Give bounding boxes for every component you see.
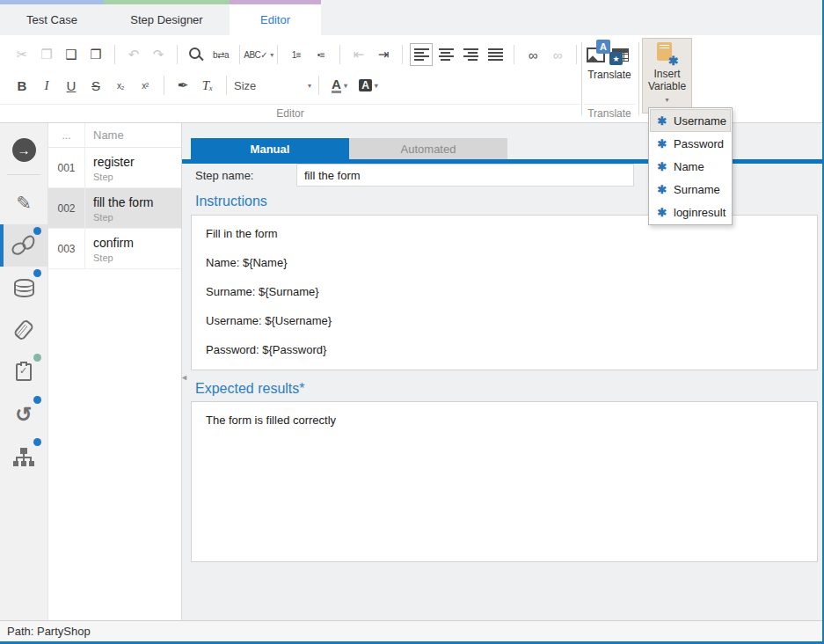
replace-icon[interactable]: b⇄a	[209, 43, 232, 66]
step-row[interactable]: 002 fill the form Step	[48, 188, 181, 229]
tab-editor[interactable]: Editor	[230, 0, 321, 35]
sidebar-item-attachments[interactable]	[0, 309, 47, 351]
sidebar-item-steps[interactable]	[0, 224, 47, 267]
paste-icon[interactable]: ❑	[60, 43, 83, 66]
insert-variable-button[interactable]: Insert Variable ▾	[642, 38, 692, 113]
text-color-icon[interactable]: A	[326, 74, 353, 97]
document-tabbar: Test Case Step Designer Editor	[0, 0, 822, 35]
subscript-icon[interactable]: x₂	[109, 74, 132, 97]
paste-text-icon[interactable]: ❒	[84, 43, 107, 66]
format-painter-icon[interactable]: ✒	[171, 74, 194, 97]
steps-list-header: ... Name	[48, 123, 181, 148]
expected-result-line: The form is filled correctly	[206, 414, 803, 427]
align-left-icon[interactable]	[410, 43, 433, 66]
align-justify-icon[interactable]	[484, 43, 507, 66]
separator	[239, 45, 240, 64]
undo-icon[interactable]: ↶	[122, 43, 145, 66]
instruction-line: Username: ${Username}	[206, 315, 803, 327]
gear-icon	[656, 137, 668, 150]
sidebar-item-history[interactable]: ↺	[0, 393, 47, 435]
document-tab-label: Test Case	[26, 13, 77, 26]
font-size-select[interactable]: Size	[234, 74, 311, 97]
step-title: register	[93, 155, 135, 169]
clipboard-check-icon	[16, 363, 32, 381]
database-icon	[14, 279, 34, 297]
edit-icon: ✎	[9, 188, 39, 218]
copy-icon[interactable]: ❐	[35, 43, 58, 66]
separator	[226, 76, 227, 95]
remove-format-icon[interactable]: Tₓ	[196, 74, 219, 97]
variable-item-username[interactable]: Username	[650, 109, 731, 132]
mode-tab-label: Manual	[251, 143, 290, 156]
expected-results-editor[interactable]: The form is filled correctly	[191, 401, 818, 562]
superscript-icon[interactable]: x²	[134, 74, 157, 97]
sidebar-item-navigate[interactable]: →	[0, 128, 47, 171]
tab-step-designer[interactable]: Step Designer	[104, 0, 230, 35]
align-right-icon[interactable]	[459, 43, 482, 66]
link-icon[interactable]: ∞	[521, 43, 544, 66]
chevron-down-icon: ▾	[665, 94, 668, 106]
sitemap-icon	[13, 448, 34, 466]
redo-icon[interactable]: ↷	[147, 43, 170, 66]
separator	[7, 174, 40, 175]
bullet-list-icon[interactable]: •≡	[310, 43, 332, 66]
gear-icon	[656, 160, 668, 173]
status-bar: Path: PartyShop	[0, 620, 822, 641]
spellcheck-icon[interactable]: ABC✓	[247, 43, 270, 66]
mode-tab-label: Automated	[401, 143, 456, 156]
sidebar: → ✎ ↺	[0, 123, 48, 620]
sidebar-item-checklist[interactable]	[0, 351, 47, 393]
sidebar-item-edit[interactable]: ✎	[0, 182, 47, 224]
italic-icon[interactable]: I	[35, 74, 58, 97]
step-row[interactable]: 001 register Step	[48, 148, 181, 188]
underline-icon[interactable]: U	[60, 74, 83, 97]
unlink-icon[interactable]: ∞	[546, 43, 569, 66]
mode-tabs: Manual Automated	[191, 138, 507, 159]
separator	[277, 45, 278, 64]
find-icon[interactable]	[185, 43, 208, 66]
cut-icon[interactable]: ✂	[11, 43, 33, 66]
separator	[164, 76, 164, 95]
step-name-input[interactable]	[296, 164, 634, 187]
step-number: 001	[48, 148, 85, 187]
collapse-panel-handle[interactable]: ◄	[180, 373, 188, 382]
gear-icon	[656, 206, 668, 219]
separator	[318, 76, 319, 95]
tab-manual[interactable]: Manual	[191, 138, 349, 159]
tab-test-case[interactable]: Test Case	[0, 0, 104, 35]
sidebar-item-hierarchy[interactable]	[0, 435, 47, 478]
step-number: 003	[48, 229, 85, 268]
variable-item-surname[interactable]: Surname	[650, 178, 731, 201]
paperclip-icon	[13, 318, 35, 341]
variable-item-password[interactable]: Password	[650, 132, 731, 155]
step-row[interactable]: 003 confirm Step	[48, 229, 181, 269]
tab-automated[interactable]: Automated	[349, 138, 507, 159]
step-title: fill the form	[93, 195, 153, 209]
steps-header-name: Name	[85, 128, 181, 142]
instructions-editor[interactable]: Fill in the form Name: ${Name} Surname: …	[191, 215, 818, 370]
expected-results-heading: Expected results*	[195, 381, 305, 397]
footsteps-icon	[11, 235, 36, 256]
bold-icon[interactable]: B	[11, 74, 33, 97]
step-title: confirm	[93, 236, 134, 250]
variable-item-name[interactable]: Name	[650, 155, 731, 178]
numbered-list-icon[interactable]: 1≡	[285, 43, 308, 66]
instruction-line: Password: ${Password}	[206, 344, 803, 356]
translate-button[interactable]: Translate	[584, 38, 635, 81]
variable-item-loginresult[interactable]: loginresult	[650, 201, 731, 223]
document-tab-label: Step Designer	[130, 13, 202, 26]
bg-color-icon[interactable]: A	[354, 74, 383, 97]
separator	[114, 45, 115, 64]
instructions-heading: Instructions	[195, 194, 267, 209]
sidebar-item-data[interactable]	[0, 267, 47, 309]
separator	[402, 45, 403, 64]
translate-group-label: Translate	[584, 104, 635, 120]
strikethrough-icon[interactable]: S	[84, 74, 107, 97]
separator	[576, 45, 577, 64]
path-label: Path: PartyShop	[7, 625, 91, 638]
outdent-icon[interactable]: ⇤	[347, 43, 370, 66]
steps-rows: 001 register Step 002 fill the form Step	[48, 148, 181, 269]
step-name-label: Step name:	[195, 169, 254, 182]
indent-icon[interactable]: ⇥	[372, 43, 395, 66]
align-center-icon[interactable]	[434, 43, 457, 66]
